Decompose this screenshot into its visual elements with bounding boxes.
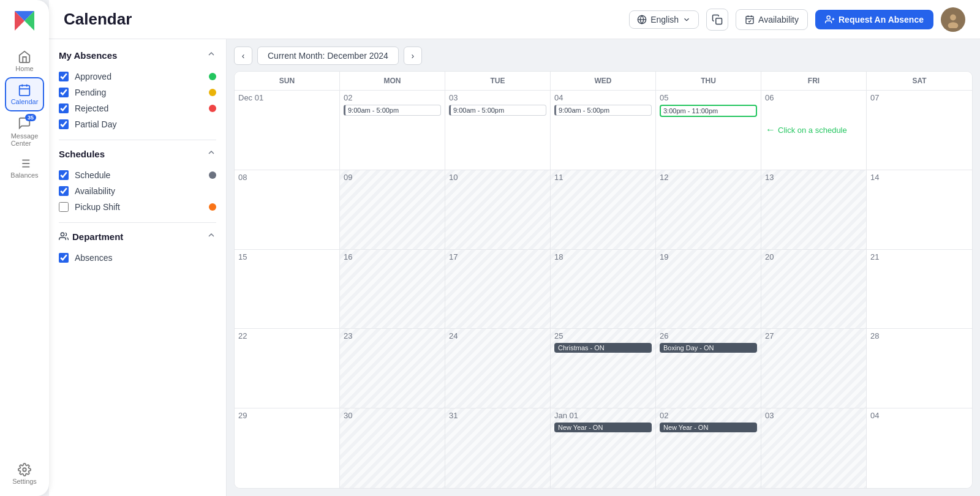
- pending-dot: [209, 89, 216, 96]
- my-absences-section-header: My Absences: [59, 49, 216, 61]
- shift-time: 9:00am - 5:00pm: [453, 107, 504, 114]
- cal-week-4: 22 23 24 25 Christmas - ON: [235, 329, 972, 408]
- day-header-sun: SUN: [235, 72, 340, 90]
- filter-rejected-checkbox[interactable]: [59, 103, 69, 113]
- day-number: 03: [449, 93, 546, 102]
- day-number: Dec 01: [238, 93, 336, 102]
- my-absences-toggle[interactable]: [206, 49, 216, 61]
- filter-dept-absences: Absences: [59, 250, 216, 266]
- sidebar-item-messages[interactable]: 35 MessageCenter: [0, 111, 49, 152]
- cal-cell-dec17: 17: [445, 250, 551, 329]
- schedule-dot: [209, 171, 216, 179]
- sidebar-item-calendar[interactable]: Calendar: [5, 77, 44, 111]
- filter-rejected-label: Rejected: [75, 103, 108, 113]
- filter-dept-absences-label: Absences: [75, 253, 112, 263]
- day-number: 29: [238, 411, 336, 420]
- day-number: 28: [870, 331, 968, 340]
- filter-approved-checkbox[interactable]: [59, 72, 69, 81]
- request-absence-label: Request An Absence: [839, 15, 924, 24]
- day-number: 17: [449, 252, 546, 261]
- department-toggle[interactable]: [206, 230, 216, 242]
- cal-cell-dec09: 09: [340, 170, 445, 249]
- svg-point-18: [827, 16, 830, 19]
- filter-pending-label: Pending: [75, 88, 106, 97]
- filter-partial-day-checkbox[interactable]: [59, 119, 69, 129]
- cal-cell-dec11: 11: [551, 170, 656, 249]
- day-number: 02: [344, 93, 441, 102]
- calendar-grid: SUN MON TUE WED THU FRI SAT Dec 01: [234, 71, 973, 489]
- day-header-thu: THU: [656, 72, 761, 90]
- filter-dept-absences-checkbox[interactable]: [59, 253, 69, 263]
- rejected-dot: [209, 105, 216, 112]
- cal-cell-dec01: Dec 01: [235, 91, 340, 170]
- availability-button[interactable]: Availability: [736, 9, 808, 30]
- main-area: Calendar English: [49, 0, 980, 496]
- cal-cell-dec07: 07: [867, 91, 972, 170]
- sidebar-item-balances-label: Balances: [10, 171, 38, 179]
- sidebar-item-balances[interactable]: Balances: [0, 152, 49, 184]
- sidebar-item-settings[interactable]: Settings: [0, 458, 49, 490]
- day-number: 11: [554, 173, 652, 182]
- cal-cell-dec31: 31: [445, 408, 551, 488]
- day-number: 26: [660, 331, 757, 340]
- shift-event[interactable]: 9:00am - 5:00pm: [554, 105, 652, 116]
- holiday-badge-boxing: Boxing Day - ON: [660, 343, 757, 353]
- day-header-fri: FRI: [761, 72, 867, 90]
- filter-pickup-shift-label: Pickup Shift: [75, 202, 120, 212]
- request-absence-button[interactable]: Request An Absence: [815, 10, 933, 29]
- shift-event[interactable]: 9:00am - 5:00pm: [449, 105, 546, 116]
- filter-approved: Approved: [59, 69, 216, 85]
- sidebar-item-home[interactable]: Home: [0, 45, 49, 77]
- content-area: My Absences Approved Pending Reject: [49, 39, 980, 496]
- cal-cell-dec26: 26 Boxing Day - ON: [656, 329, 761, 408]
- filter-pending: Pending: [59, 85, 216, 100]
- shift-time: 9:00am - 5:00pm: [559, 107, 609, 114]
- day-number: 18: [554, 252, 652, 261]
- cal-cell-dec28: 28: [867, 329, 972, 408]
- click-hint: Click on a schedule: [766, 124, 847, 135]
- approved-dot: [209, 73, 216, 80]
- day-number: 09: [344, 173, 441, 182]
- filter-pending-checkbox[interactable]: [59, 88, 69, 97]
- user-avatar[interactable]: [941, 7, 965, 32]
- message-badge: 35: [25, 114, 36, 121]
- cal-cell-dec10: 10: [445, 170, 551, 249]
- department-section-header: Department: [59, 230, 216, 242]
- day-number: 14: [870, 173, 968, 182]
- language-label: English: [650, 15, 679, 24]
- cal-week-3: 15 16 17 18 19: [235, 250, 972, 329]
- language-selector[interactable]: English: [629, 10, 699, 29]
- prev-month-button[interactable]: ‹: [234, 47, 252, 65]
- shift-event-highlighted[interactable]: 3:00pm - 11:00pm: [660, 105, 757, 117]
- day-number: 12: [660, 173, 757, 182]
- calendar-navigation: ‹ Current Month: December 2024 ›: [234, 47, 422, 65]
- day-number: 31: [449, 411, 546, 420]
- calendar-area: ‹ Current Month: December 2024 › SUN MON…: [227, 39, 980, 496]
- day-number: 25: [554, 331, 652, 340]
- cal-cell-dec30: 30: [340, 408, 445, 488]
- sidebar: Home Calendar 35 MessageCenter Balance: [0, 0, 49, 496]
- holiday-badge-christmas: Christmas - ON: [554, 343, 652, 353]
- day-number: 16: [344, 252, 441, 261]
- schedules-title: Schedules: [59, 149, 105, 159]
- day-number: 04: [870, 411, 968, 420]
- shift-event[interactable]: 9:00am - 5:00pm: [344, 105, 441, 116]
- copy-button[interactable]: [706, 9, 728, 31]
- day-number: 20: [765, 252, 862, 261]
- filter-rejected: Rejected: [59, 100, 216, 116]
- filter-schedule-checkbox[interactable]: [59, 170, 69, 180]
- filter-availability-checkbox[interactable]: [59, 186, 69, 196]
- schedules-toggle[interactable]: [206, 148, 216, 160]
- day-header-mon: MON: [340, 72, 445, 90]
- day-header-tue: TUE: [445, 72, 551, 90]
- sidebar-item-settings-label: Settings: [12, 478, 37, 485]
- cal-cell-dec12: 12: [656, 170, 761, 249]
- app-logo: [10, 6, 39, 36]
- cal-cell-dec18: 18: [551, 250, 656, 329]
- filter-pickup-shift-checkbox[interactable]: [59, 202, 69, 212]
- department-title: Department: [72, 231, 123, 242]
- svg-rect-14: [746, 16, 753, 23]
- next-month-button[interactable]: ›: [404, 47, 422, 65]
- sidebar-item-calendar-label: Calendar: [11, 98, 39, 105]
- copy-icon: [712, 14, 723, 25]
